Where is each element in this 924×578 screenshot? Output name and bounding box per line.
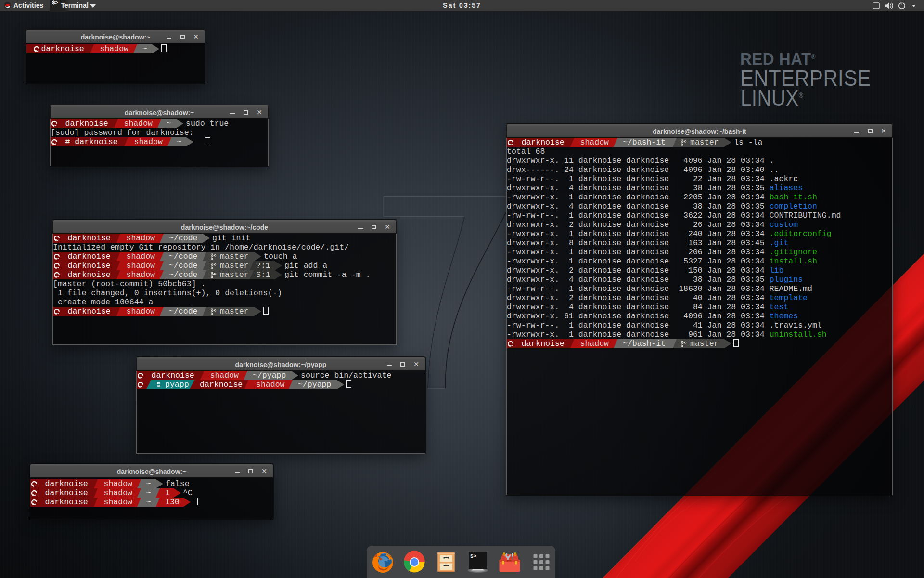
svg-text:$>: $> — [470, 553, 477, 559]
